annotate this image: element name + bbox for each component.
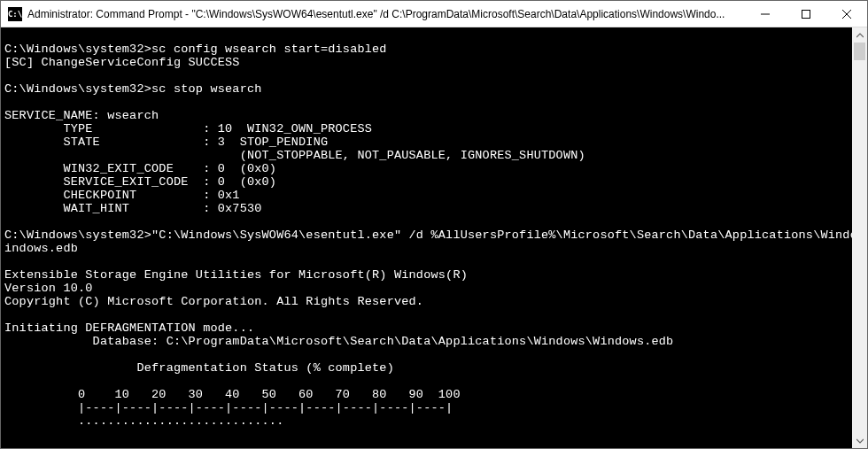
command-prompt-window: C:\ Administrator: Command Prompt - "C:\… (0, 0, 868, 449)
maximize-button[interactable] (786, 1, 826, 27)
scrollbar (852, 27, 867, 448)
titlebar[interactable]: C:\ Administrator: Command Prompt - "C:\… (1, 1, 867, 27)
minimize-icon (761, 10, 770, 19)
scroll-down-button[interactable] (852, 433, 867, 448)
minimize-button[interactable] (745, 1, 786, 27)
svg-rect-1 (802, 10, 810, 18)
window-title: Administrator: Command Prompt - "C:\Wind… (27, 8, 745, 20)
chevron-down-icon (856, 437, 864, 445)
scroll-up-button[interactable] (852, 27, 867, 43)
chevron-up-icon (856, 32, 864, 39)
cmd-icon: C:\ (8, 7, 22, 21)
close-icon (842, 10, 851, 19)
scroll-track[interactable] (852, 43, 867, 433)
close-button[interactable] (826, 1, 867, 27)
window-controls (745, 1, 867, 27)
maximize-icon (802, 10, 810, 19)
terminal-area: C:\Windows\system32>sc config wsearch st… (1, 27, 867, 448)
scroll-thumb[interactable] (854, 43, 865, 60)
terminal-output[interactable]: C:\Windows\system32>sc config wsearch st… (1, 27, 852, 448)
